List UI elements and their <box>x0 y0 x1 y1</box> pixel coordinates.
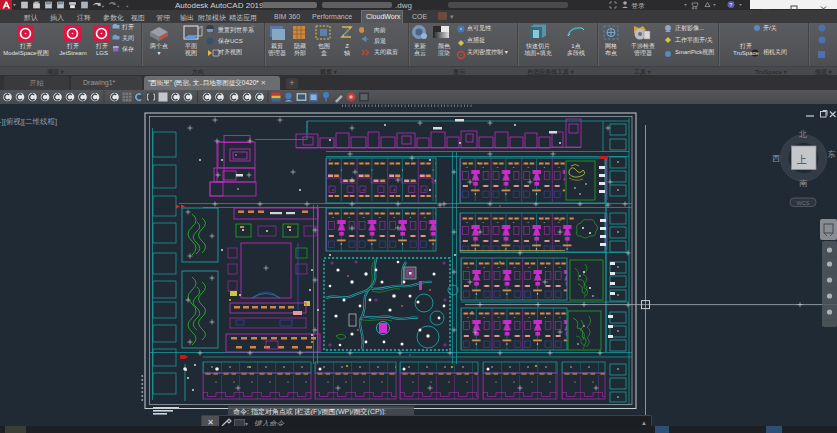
svg-text:南: 南 <box>799 179 808 188</box>
svg-text:?: ? <box>729 2 732 8</box>
svg-text:WCS: WCS <box>797 200 810 206</box>
svg-text:西: 西 <box>772 154 780 163</box>
svg-text:[-][俯视][二维线框]: [-][俯视][二维线框] <box>0 117 57 126</box>
svg-text:登录: 登录 <box>631 2 645 10</box>
svg-text:上: 上 <box>796 154 807 165</box>
svg-text:东: 东 <box>828 150 836 159</box>
svg-text:北: 北 <box>798 130 807 139</box>
